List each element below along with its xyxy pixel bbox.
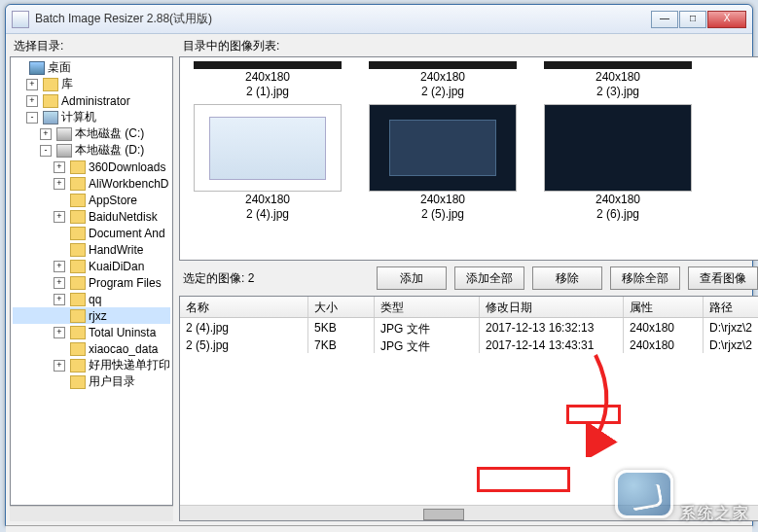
folder-tree-pane: 选择目录: 桌面+库+Administrator-计算机+本地磁盘 (C:)-本…	[6, 34, 177, 525]
tree-node[interactable]: +好用快递单打印	[13, 357, 170, 373]
folder-icon	[70, 309, 86, 323]
folder-icon	[70, 260, 86, 273]
thumbnail-item[interactable]: 240x1802 (1).jpg	[194, 61, 342, 98]
folder-icon	[70, 160, 86, 174]
tree-node-label: qq	[89, 293, 101, 306]
folder-icon	[70, 342, 86, 356]
folder-icon	[70, 326, 86, 339]
tree-node[interactable]: -本地磁盘 (D:)	[13, 142, 170, 159]
table-row[interactable]: 2 (5).jpg7KBJPG 文件2017-12-14 13:43:31240…	[180, 336, 758, 353]
close-button[interactable]: X	[707, 11, 746, 28]
thumbnail-item[interactable]: 240x1802 (6).jpg	[544, 100, 692, 221]
tree-node[interactable]: xiaocao_data	[13, 340, 170, 357]
app-icon	[12, 11, 29, 28]
tree-node-label: Document And	[89, 227, 165, 240]
add-all-button[interactable]: 添加全部	[454, 266, 524, 290]
expand-toggle[interactable]: -	[26, 112, 38, 124]
expand-toggle[interactable]: +	[54, 211, 65, 223]
tree-node[interactable]: +qq	[13, 291, 170, 307]
col-type[interactable]: 类型	[375, 297, 480, 317]
tree-node[interactable]: +Total Uninsta	[13, 324, 170, 340]
col-size[interactable]: 大小	[308, 297, 375, 317]
folder-tree[interactable]: 桌面+库+Administrator-计算机+本地磁盘 (C:)-本地磁盘 (D…	[10, 56, 173, 506]
tree-node-label: 计算机	[61, 109, 96, 125]
expand-toggle[interactable]: -	[40, 145, 52, 157]
col-name[interactable]: 名称	[180, 297, 308, 317]
thumbnail-item[interactable]: 240x1802 (4).jpg	[194, 100, 342, 221]
tree-node[interactable]: +Program Files	[13, 274, 170, 291]
folder-icon	[70, 210, 86, 224]
selected-images-table[interactable]: 名称 大小 类型 修改日期 属性 路径 2 (4).jpg5KBJPG 文件20…	[179, 296, 758, 521]
thumbnail-item[interactable]: 240x1802 (5).jpg	[369, 100, 517, 221]
folder-icon	[70, 243, 86, 257]
thumbnail-list[interactable]: 240x1802 (1).jpg240x1802 (2).jpg240x1802…	[179, 56, 758, 261]
thumbnail-item[interactable]: 240x1802 (3).jpg	[544, 61, 692, 98]
thumbnail-item[interactable]: 240x1802 (2).jpg	[369, 61, 517, 98]
expand-toggle[interactable]: +	[54, 261, 65, 272]
tree-hscrollbar[interactable]	[10, 506, 173, 521]
drive-icon	[56, 144, 72, 158]
tree-node-label: BaiduNetdisk	[89, 210, 158, 224]
expand-toggle[interactable]: +	[54, 360, 65, 372]
tree-node[interactable]: +库	[13, 76, 170, 92]
output-panel: 输出 格式: 保持原始格式 JPEG, TIFF 品质: 目标: 📁 重命名 前…	[6, 525, 752, 532]
table-row[interactable]: 2 (4).jpg5KBJPG 文件2017-12-13 16:32:13240…	[180, 318, 758, 336]
desk-icon	[29, 61, 45, 75]
thumbnail-image	[194, 104, 342, 192]
expand-toggle[interactable]: +	[26, 95, 38, 107]
tree-node[interactable]: Document And	[13, 225, 170, 241]
tree-node[interactable]: 桌面	[13, 59, 170, 76]
add-button[interactable]: 添加	[377, 266, 447, 290]
expand-toggle[interactable]: +	[26, 79, 38, 90]
tree-node-label: Total Uninsta	[89, 326, 156, 339]
tree-node-label: Program Files	[89, 276, 162, 290]
col-path[interactable]: 路径	[704, 297, 758, 317]
expand-toggle[interactable]: +	[54, 161, 65, 173]
image-list-label: 目录中的图像列表:	[179, 38, 758, 54]
tree-node[interactable]: AppStore	[13, 192, 170, 208]
expand-toggle[interactable]: +	[54, 178, 65, 190]
tree-node[interactable]: +BaiduNetdisk	[13, 208, 170, 225]
expand-toggle[interactable]: +	[54, 277, 65, 289]
tree-node[interactable]: +KuaiDiDan	[13, 258, 170, 274]
comp-icon	[43, 111, 58, 124]
app-window: Batch Image Resizer 2.88(试用版) — □ X 选择目录…	[5, 4, 753, 526]
remove-button[interactable]: 移除	[532, 266, 602, 290]
tree-node-label: 用户目录	[89, 373, 135, 390]
tree-node[interactable]: -计算机	[13, 109, 170, 125]
view-image-button[interactable]: 查看图像	[688, 266, 758, 290]
tree-node-label: Administrator	[61, 94, 130, 108]
tree-node[interactable]: +AliWorkbenchD	[13, 175, 170, 192]
folder-icon	[70, 276, 86, 290]
selected-count-label: 选定的图像: 2	[181, 270, 369, 287]
expand-toggle[interactable]: +	[54, 294, 65, 305]
tree-node-label: AppStore	[89, 194, 137, 207]
tree-node-label: 本地磁盘 (D:)	[75, 142, 144, 159]
folder-icon	[70, 375, 86, 389]
tree-node[interactable]: +360Downloads	[13, 159, 170, 175]
tree-node-label: HandWrite	[89, 243, 143, 257]
tree-node-label: rjxz	[89, 309, 107, 323]
tree-node[interactable]: +Administrator	[13, 92, 170, 109]
titlebar[interactable]: Batch Image Resizer 2.88(试用版) — □ X	[6, 5, 752, 34]
tree-node[interactable]: rjxz	[13, 307, 170, 324]
expand-toggle[interactable]: +	[54, 327, 65, 338]
folder-icon	[70, 177, 86, 191]
window-title: Batch Image Resizer 2.88(试用版)	[35, 11, 651, 27]
col-attr[interactable]: 属性	[624, 297, 704, 317]
folder-icon	[43, 78, 58, 91]
col-date[interactable]: 修改日期	[480, 297, 624, 317]
tree-node-label: KuaiDiDan	[89, 260, 144, 273]
tree-node[interactable]: +本地磁盘 (C:)	[13, 125, 170, 142]
minimize-button[interactable]: —	[651, 11, 678, 28]
drive-icon	[56, 127, 72, 141]
tree-node-label: 360Downloads	[89, 160, 165, 174]
remove-all-button[interactable]: 移除全部	[610, 266, 680, 290]
tree-node[interactable]: HandWrite	[13, 241, 170, 258]
tree-node-label: AliWorkbenchD	[89, 177, 168, 191]
expand-toggle[interactable]: +	[40, 128, 52, 140]
folder-icon	[70, 194, 86, 207]
table-hscrollbar[interactable]	[180, 505, 758, 520]
maximize-button[interactable]: □	[679, 11, 706, 28]
tree-node[interactable]: 用户目录	[13, 373, 170, 390]
